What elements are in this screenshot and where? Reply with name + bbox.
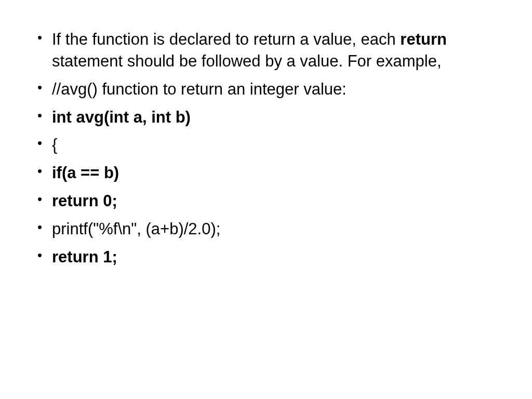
text-segment: printf("%f\n", (a+b)/2.0); [52,220,220,238]
text-segment: return 1; [52,248,117,266]
text-segment: statement should be followed by a value.… [52,52,442,70]
list-item: printf("%f\n", (a+b)/2.0); [31,218,501,240]
list-item: { [31,134,501,156]
text-segment: If the function is declared to return a … [52,30,400,48]
text-segment: return 0; [52,192,117,210]
list-item: return 1; [31,246,501,268]
list-item: return 0; [31,190,501,212]
list-item: int avg(int a, int b) [31,107,501,128]
text-segment: { [52,136,57,154]
bullet-list: If the function is declared to return a … [31,29,501,268]
text-segment: return [400,30,447,48]
list-item: If the function is declared to return a … [31,29,501,72]
list-item: //avg() function to return an integer va… [31,78,501,100]
text-segment: if(a == b) [52,164,119,182]
text-segment: int avg(int a, int b) [52,108,191,126]
text-segment: //avg() function to return an integer va… [52,80,347,98]
list-item: if(a == b) [31,162,501,184]
